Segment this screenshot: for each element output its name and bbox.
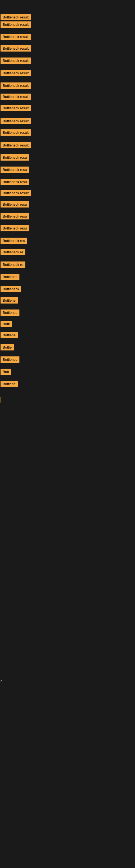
bottleneck-badge: Bottleneck <box>1 286 21 292</box>
bottleneck-result-item: Bottleneck result <box>1 34 31 41</box>
bottleneck-result-item: Bottleneck re <box>1 249 26 256</box>
bottleneck-badge: Bottlene <box>1 332 18 338</box>
bottleneck-badge: Bottleneck re <box>1 249 26 255</box>
footer-text: c <box>1 679 2 683</box>
bottleneck-result-item: Bottleneck resu <box>1 154 29 162</box>
bottleneck-badge: Bottlene <box>1 297 18 304</box>
bottleneck-result-item: Bottleneck result <box>1 118 31 125</box>
bottleneck-badge: Bottlenec <box>1 310 19 316</box>
bottleneck-result-item: Bottleneck res <box>1 238 27 245</box>
bottleneck-result-item: Bottleneck result <box>1 190 31 197</box>
bottleneck-result-item: Bottleneck re <box>1 261 26 269</box>
bottleneck-result-item: Bottleneck result <box>1 83 31 90</box>
bottleneck-badge: Bottleneck result <box>1 70 31 76</box>
bottleneck-result-item: Bottleneck resu <box>1 179 29 186</box>
bottleneck-result-item: Bottl <box>1 321 12 328</box>
bottleneck-badge: Bottlene <box>1 381 18 387</box>
bottleneck-badge: Bottleneck result <box>1 142 31 148</box>
bottleneck-result-item: Bottlenec <box>1 274 19 281</box>
bottleneck-badge: Bottleneck result <box>1 22 31 28</box>
bottleneck-badge: Bottleneck result <box>1 94 31 100</box>
bottleneck-badge: Bottleneck resu <box>1 179 29 185</box>
bottleneck-badge: Bottleneck re <box>1 261 26 268</box>
bottleneck-badge: Bottleneck result <box>1 118 31 124</box>
bottleneck-badge: Bottleneck result <box>1 14 31 20</box>
bottleneck-badge: Bottleneck resu <box>1 154 29 161</box>
bottleneck-result-item: Bottleneck resu <box>1 166 29 174</box>
bottleneck-result-item: Bottlene <box>1 297 18 305</box>
bottleneck-result-item: Bottleneck result <box>1 70 31 77</box>
bottleneck-badge: Bottleneck res <box>1 238 27 244</box>
bottleneck-badge: Bottleneck result <box>1 58 31 64</box>
bottleneck-badge: Bottlenec <box>1 356 19 363</box>
bottleneck-result-item: Bottlene <box>1 381 18 388</box>
bottleneck-badge: Bottleneck resu <box>1 213 29 219</box>
indicator-line <box>1 397 1 403</box>
bottleneck-badge: Bottleneck resu <box>1 201 29 208</box>
bottleneck-result-item: Bottlenec <box>1 356 19 364</box>
bottleneck-badge: Bottleneck result <box>1 190 31 196</box>
bottleneck-badge: Bottleneck result <box>1 34 31 40</box>
bottleneck-result-item: Bottlenec <box>1 310 19 317</box>
bottleneck-result-item: Bottleneck result <box>1 22 31 29</box>
bottleneck-result-item: Bott <box>1 369 11 376</box>
bottleneck-badge: Bottleneck result <box>1 83 31 89</box>
bottleneck-badge: Bottleneck result <box>1 105 31 111</box>
bottleneck-badge: Bottl <box>1 321 12 327</box>
site-title <box>0 0 135 4</box>
bottleneck-result-item: Bottleneck result <box>1 58 31 65</box>
bottleneck-result-item: Bottleneck result <box>1 129 31 137</box>
bottleneck-result-item: Bottleneck result <box>1 142 31 150</box>
bottleneck-badge: Bottleneck result <box>1 129 31 135</box>
bottleneck-badge: Bottleneck result <box>1 45 31 52</box>
bottleneck-badge: Bottleneck resu <box>1 225 29 231</box>
bottleneck-result-item: Bottleneck result <box>1 14 31 22</box>
bottleneck-result-item: Bottleneck result <box>1 45 31 53</box>
bottleneck-badge: Bottlenec <box>1 274 19 280</box>
bottleneck-result-item: Bottleneck result <box>1 105 31 112</box>
bottleneck-result-item: Bottlene <box>1 332 18 339</box>
bottleneck-badge: Bottleneck resu <box>1 166 29 173</box>
bottleneck-result-item: Bottleneck result <box>1 94 31 101</box>
bottleneck-result-item: Bottle <box>1 344 14 351</box>
bottleneck-result-item: Bottleneck resu <box>1 225 29 232</box>
bottleneck-result-item: Bottleneck <box>1 286 21 293</box>
bottleneck-badge: Bott <box>1 369 11 375</box>
bottleneck-result-item: Bottleneck resu <box>1 201 29 209</box>
bottleneck-result-item: Bottleneck resu <box>1 213 29 220</box>
bottleneck-badge: Bottle <box>1 344 14 350</box>
